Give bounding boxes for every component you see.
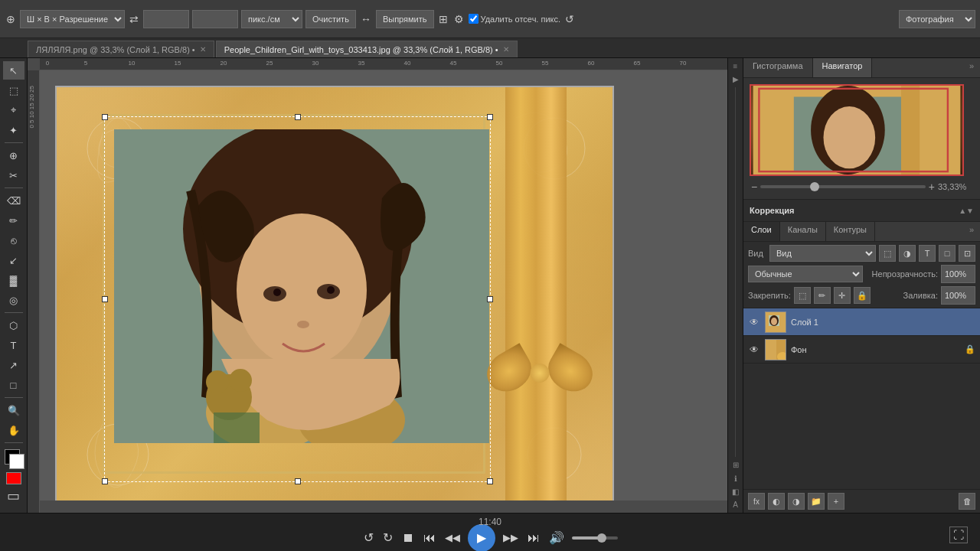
path-select-btn[interactable]: ↗	[3, 356, 24, 374]
tab-0-close[interactable]: ✕	[200, 45, 206, 54]
zoom-btn[interactable]: 🔍	[3, 401, 24, 419]
panel-arrange-icon[interactable]: ≡	[730, 61, 742, 71]
layer-filter-smart[interactable]: ⊡	[959, 245, 975, 262]
magic-wand-btn[interactable]: ✦	[3, 121, 24, 139]
straighten-icon[interactable]: ↔	[359, 11, 373, 27]
next-frame-btn[interactable]: ▶▶	[501, 530, 520, 545]
canvas-content[interactable]	[40, 70, 727, 500]
volume-thumb[interactable]	[597, 533, 606, 543]
type-btn[interactable]: T	[3, 336, 24, 354]
zoom-out-btn[interactable]: −	[751, 181, 757, 193]
layers-tab-kontury[interactable]: Контуры	[826, 222, 875, 241]
gradient-btn[interactable]: ▓	[3, 271, 24, 289]
screen-mode-btn[interactable]: ▭	[7, 487, 20, 504]
style-select[interactable]: Фотография	[899, 10, 975, 28]
volume-slider[interactable]	[572, 536, 618, 540]
new-layer-btn[interactable]: +	[828, 493, 844, 510]
options-icon[interactable]: ⊞	[730, 460, 742, 470]
swap-btn[interactable]: ⇄	[128, 11, 140, 27]
dodge-btn[interactable]: ◎	[3, 291, 24, 309]
layer-filter-adjust[interactable]: ◑	[899, 245, 916, 262]
navigator-tab[interactable]: Навигатор	[813, 58, 873, 77]
shape-btn[interactable]: □	[3, 376, 24, 394]
volume-btn[interactable]: 🔊	[547, 529, 566, 546]
new-group-btn[interactable]: 📁	[808, 493, 825, 510]
layer-filter-pixel[interactable]: ⬚	[879, 245, 896, 262]
opacity-input[interactable]	[941, 265, 975, 283]
move-tool-btn[interactable]: ↖	[3, 61, 24, 80]
add-mask-btn[interactable]: ◐	[768, 493, 785, 510]
lock-all-btn[interactable]: 🔒	[854, 287, 871, 304]
clone-btn[interactable]: ⎋	[3, 231, 24, 249]
layer-item-1[interactable]: 👁 Фон 🔒	[743, 336, 980, 364]
play-btn[interactable]: ▶	[468, 524, 495, 552]
bow-decoration	[486, 337, 593, 429]
pen-btn[interactable]: ⬡	[3, 316, 24, 334]
photo-frame	[114, 129, 489, 443]
layer-item-0[interactable]: 👁 Слой 1	[743, 308, 980, 336]
tool-mode-select[interactable]: Ш × В × Разрешение	[20, 10, 125, 28]
layers-tab-sloi[interactable]: Слои	[743, 222, 780, 241]
layer-fx-btn[interactable]: fx	[748, 493, 765, 510]
histogram-tab[interactable]: Гистограмма	[743, 58, 813, 77]
width-input[interactable]	[143, 10, 189, 28]
straighten-btn[interactable]: Выпрямить	[376, 10, 434, 28]
document-container[interactable]	[55, 86, 614, 500]
bg-swatch[interactable]	[9, 454, 24, 469]
layer-0-visibility[interactable]: 👁	[748, 316, 760, 328]
channel-icon[interactable]: A	[730, 500, 742, 510]
tab-1[interactable]: People_Children_Girl_with_toys_033413.jp…	[216, 41, 518, 57]
grid-btn[interactable]: ⊞	[437, 11, 449, 27]
canvas-area[interactable]: 0 5 10 15 20 25 30 35 40 45 50 55 60 65 …	[28, 58, 727, 513]
correction-arrows[interactable]: ▲▼	[959, 207, 974, 215]
layer-filter-type[interactable]: T	[919, 245, 936, 262]
fast-forward-btn[interactable]: ⏭	[526, 530, 541, 546]
lock-paint-btn[interactable]: ✏	[814, 287, 831, 304]
quick-mask-btn[interactable]	[6, 472, 21, 484]
loop-btn[interactable]: ↺	[362, 529, 375, 546]
crop-tool-btn[interactable]: ⊕	[3, 146, 24, 165]
clear-btn[interactable]: Очистить	[305, 10, 356, 28]
tool-icon-btn[interactable]: ⊕	[5, 11, 17, 27]
blend-mode-select[interactable]: Обычные	[748, 266, 863, 282]
panel-float-icon[interactable]: ▶	[730, 74, 742, 84]
zoom-in-btn[interactable]: +	[929, 181, 935, 193]
rewind-btn[interactable]: ⏮	[422, 530, 437, 546]
lock-move-btn[interactable]: ✛	[834, 287, 851, 304]
brush-btn[interactable]: ✏	[3, 211, 24, 230]
reset-btn[interactable]: ↺	[564, 11, 576, 27]
fullscreen-btn[interactable]: ⛶	[949, 527, 968, 543]
layer-filter-shape[interactable]: □	[939, 245, 956, 262]
layer-1-visibility[interactable]: 👁	[748, 344, 760, 356]
eyedropper-btn[interactable]: ✂	[3, 166, 24, 184]
lasso-tool-btn[interactable]: ⌖	[3, 101, 24, 119]
stop-btn[interactable]: ⏹	[400, 530, 416, 546]
layer-panel-icon[interactable]: ◧	[730, 487, 742, 497]
marquee-tool-btn[interactable]: ⬚	[3, 81, 24, 99]
prev-frame-btn[interactable]: ◀◀	[443, 530, 462, 545]
navigator-panel-close[interactable]: »	[963, 58, 980, 77]
tab-1-close[interactable]: ✕	[503, 45, 509, 54]
new-fill-btn[interactable]: ◑	[788, 493, 805, 510]
height-input[interactable]	[192, 10, 238, 28]
fill-input[interactable]	[941, 286, 975, 305]
delete-layer-btn[interactable]: 🗑	[959, 493, 975, 510]
units-select[interactable]: пикс./см	[241, 10, 302, 28]
kind-select[interactable]: Вид	[769, 245, 876, 262]
layers-tab-kanaly[interactable]: Каналы	[780, 222, 826, 241]
refresh-btn[interactable]: ↻	[381, 529, 394, 546]
foreground-color[interactable]	[5, 449, 23, 468]
healing-btn[interactable]: ⌫	[3, 191, 24, 210]
zoom-thumb[interactable]	[810, 182, 819, 191]
layers-panel-close[interactable]: »	[963, 222, 980, 241]
info-icon[interactable]: ℹ	[730, 473, 742, 483]
settings-btn[interactable]: ⚙	[452, 11, 466, 27]
delete-sample-check[interactable]	[469, 14, 479, 24]
tab-0[interactable]: ЛЯЛЯЛЯ.png @ 33,3% (Слой 1, RGB/8) • ✕	[28, 41, 214, 57]
ruler-mark-50: 50	[496, 60, 503, 67]
ruler-mark-70: 70	[680, 60, 687, 67]
zoom-slider[interactable]	[760, 185, 926, 188]
lock-transparent-btn[interactable]: ⬚	[794, 287, 811, 304]
eraser-btn[interactable]: ↙	[3, 251, 24, 269]
hand-btn[interactable]: ✋	[3, 421, 24, 439]
